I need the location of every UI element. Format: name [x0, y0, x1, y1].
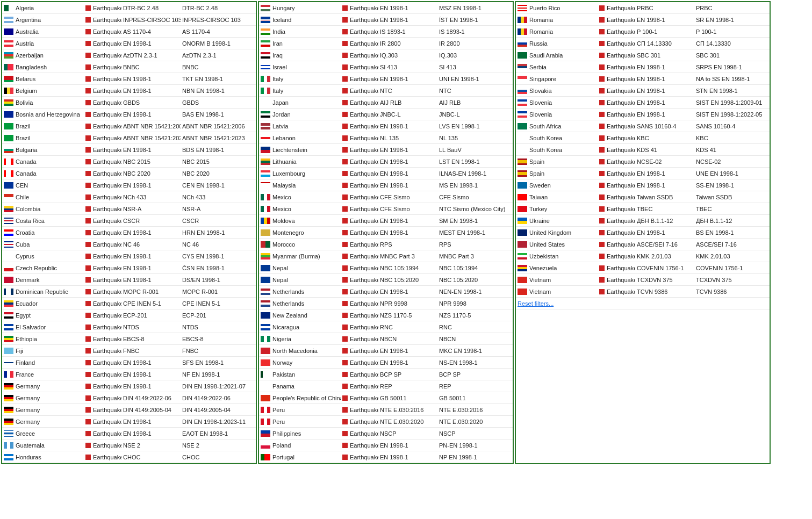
fullname-cell[interactable]: NBN EN 1998-1: [181, 85, 256, 97]
fullname-cell[interactable]: REP: [437, 380, 513, 392]
code-cell[interactable]: EN 1998-1: [121, 38, 181, 49]
country-cell[interactable]: Moldova: [259, 215, 341, 227]
code-cell[interactable]: EN 1998-1: [121, 85, 181, 97]
fullname-cell[interactable]: NSCP: [437, 428, 513, 439]
fullname-cell[interactable]: NCh 433: [181, 191, 256, 203]
reset-filters-link[interactable]: Reset filters...: [516, 298, 598, 309]
country-cell[interactable]: El Salvador: [2, 321, 84, 333]
fullname-cell[interactable]: MS EN 1998-1: [437, 179, 513, 191]
country-cell[interactable]: CEN: [2, 179, 84, 191]
code-cell[interactable]: AzDTN 2.3-1: [121, 49, 181, 61]
code-cell[interactable]: EN 1998-1: [378, 439, 437, 451]
country-cell[interactable]: Fiji: [2, 345, 84, 357]
code-cell[interactable]: NSCP: [378, 428, 437, 439]
country-cell[interactable]: Austria: [2, 38, 84, 49]
country-cell[interactable]: Japan: [259, 97, 341, 109]
fullname-cell[interactable]: DS/EN 1998-1: [181, 274, 256, 286]
fullname-cell[interactable]: SS-EN 1998-1: [694, 179, 770, 191]
country-cell[interactable]: Lebanon: [259, 132, 341, 144]
code-cell[interactable]: IQ.303: [378, 49, 437, 61]
country-cell[interactable]: Panama: [259, 380, 341, 392]
country-cell[interactable]: Venezuela: [516, 262, 598, 274]
fullname-cell[interactable]: COVENIN 1756-1: [694, 262, 770, 274]
code-cell[interactable]: NSR-A: [121, 203, 181, 215]
code-cell[interactable]: BNBC: [121, 61, 181, 73]
country-cell[interactable]: India: [259, 26, 341, 38]
code-cell[interactable]: KDS 41: [635, 144, 694, 156]
code-cell[interactable]: ASCE/SEI 7-16: [635, 239, 694, 250]
fullname-cell[interactable]: DIN EN 1998-1:2021-07: [181, 380, 256, 392]
fullname-cell[interactable]: NL 135: [437, 132, 513, 144]
fullname-cell[interactable]: MNBC Part 3: [437, 250, 513, 262]
country-cell[interactable]: Slovenia: [516, 97, 598, 109]
code-cell[interactable]: EN 1998-1: [121, 73, 181, 85]
code-cell[interactable]: NCSE-02: [635, 156, 694, 168]
fullname-cell[interactable]: BNBC: [181, 61, 256, 73]
fullname-cell[interactable]: PN-EN 1998-1: [437, 439, 513, 451]
fullname-cell[interactable]: INPRES-CIRSOC 103: [181, 14, 256, 26]
code-cell[interactable]: EN 1998-1: [635, 14, 694, 26]
country-cell[interactable]: Liechtenstein: [259, 144, 341, 156]
country-cell[interactable]: New Zealand: [259, 309, 341, 321]
code-cell[interactable]: ABNT NBR 15421:2023: [121, 132, 181, 144]
country-cell[interactable]: Romania: [516, 14, 598, 26]
fullname-cell[interactable]: DIN EN 1998-1:2023-11: [181, 416, 256, 428]
code-cell[interactable]: JNBC-L: [378, 109, 437, 120]
code-cell[interactable]: TCXDVN 375: [635, 274, 694, 286]
code-cell[interactable]: EN 1998-1: [378, 14, 437, 26]
country-cell[interactable]: Germany: [2, 392, 84, 404]
fullname-cell[interactable]: IS 1893-1: [437, 26, 513, 38]
code-cell[interactable]: EN 1998-1: [121, 262, 181, 274]
country-cell[interactable]: Mexico: [259, 191, 341, 203]
country-cell[interactable]: Jordan: [259, 109, 341, 120]
fullname-cell[interactable]: DIN 4149:2005-04: [181, 404, 256, 416]
fullname-cell[interactable]: LL BauV: [437, 144, 513, 156]
code-cell[interactable]: EN 1998-1: [378, 73, 437, 85]
country-cell[interactable]: Czech Republic: [2, 262, 84, 274]
fullname-cell[interactable]: AS 1170-4: [181, 26, 256, 38]
country-cell[interactable]: Guatemala: [2, 439, 84, 451]
code-cell[interactable]: BCP SP: [378, 369, 437, 380]
country-cell[interactable]: Belgium: [2, 85, 84, 97]
code-cell[interactable]: TCVN 9386: [635, 286, 694, 298]
code-cell[interactable]: NBC 105:1994: [378, 262, 437, 274]
country-cell[interactable]: Vietnam: [516, 286, 598, 298]
code-cell[interactable]: TBEC: [635, 203, 694, 215]
country-cell[interactable]: Canada: [2, 156, 84, 168]
fullname-cell[interactable]: TCXDVN 375: [694, 274, 770, 286]
fullname-cell[interactable]: NC 46: [181, 239, 256, 250]
fullname-cell[interactable]: SIST EN 1998-1:2022-05: [694, 109, 770, 120]
country-cell[interactable]: Croatia: [2, 227, 84, 239]
country-cell[interactable]: France: [2, 369, 84, 380]
fullname-cell[interactable]: MEST EN 1998-1: [437, 227, 513, 239]
fullname-cell[interactable]: ДБН B.1.1-12: [694, 215, 770, 227]
country-cell[interactable]: Australia: [2, 26, 84, 38]
country-cell[interactable]: Cuba: [2, 239, 84, 250]
fullname-cell[interactable]: SM EN 1998-1: [437, 215, 513, 227]
country-cell[interactable]: People's Republic of China: [259, 392, 341, 404]
code-cell[interactable]: EN 1998-1: [121, 274, 181, 286]
fullname-cell[interactable]: BS EN 1998-1: [694, 227, 770, 239]
code-cell[interactable]: EN 1998-1: [378, 144, 437, 156]
country-cell[interactable]: Brazil: [2, 120, 84, 132]
fullname-cell[interactable]: HRN EN 1998-1: [181, 227, 256, 239]
fullname-cell[interactable]: LST EN 1998-1: [437, 156, 513, 168]
code-cell[interactable]: NCh 433: [121, 191, 181, 203]
country-cell[interactable]: Azerbaijan: [2, 49, 84, 61]
country-cell[interactable]: Israel: [259, 61, 341, 73]
fullname-cell[interactable]: CSCR: [181, 215, 256, 227]
code-cell[interactable]: EN 1998-1: [378, 2, 437, 14]
fullname-cell[interactable]: AzDTN 2.3-1: [181, 49, 256, 61]
fullname-cell[interactable]: CFE Sismo: [437, 191, 513, 203]
code-cell[interactable]: FNBC: [121, 345, 181, 357]
code-cell[interactable]: ECP-201: [121, 309, 181, 321]
fullname-cell[interactable]: KMK 2.01.03: [694, 250, 770, 262]
code-cell[interactable]: REP: [378, 380, 437, 392]
fullname-cell[interactable]: NSE 2: [181, 439, 256, 451]
country-cell[interactable]: Vietnam: [516, 274, 598, 286]
fullname-cell[interactable]: AIJ RLB: [437, 97, 513, 109]
country-cell[interactable]: Germany: [2, 380, 84, 392]
fullname-cell[interactable]: JNBC-L: [437, 109, 513, 120]
fullname-cell[interactable]: NBCN: [437, 333, 513, 345]
code-cell[interactable]: EN 1998-1: [121, 380, 181, 392]
